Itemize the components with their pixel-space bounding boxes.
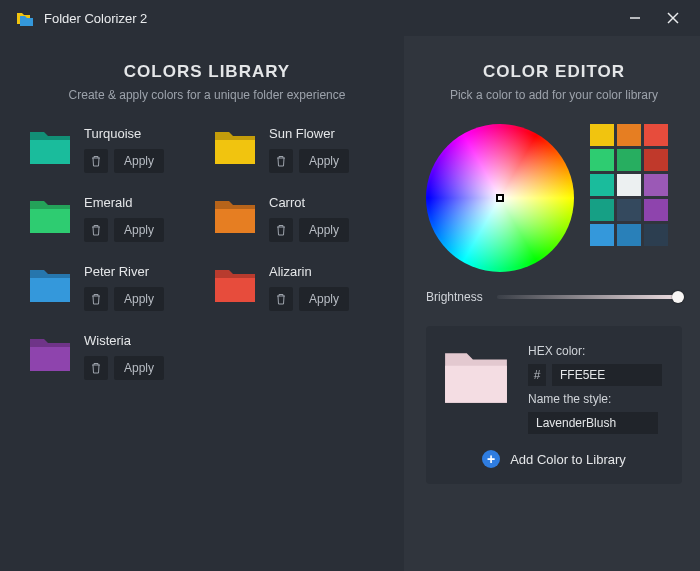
folder-icon	[213, 264, 257, 304]
apply-swatch-button[interactable]: Apply	[114, 356, 164, 380]
swatch-name: Peter River	[84, 264, 164, 279]
palette-swatch[interactable]	[644, 224, 668, 246]
palette-swatch[interactable]	[617, 149, 641, 171]
folder-icon	[28, 195, 72, 235]
palette-swatch[interactable]	[590, 149, 614, 171]
library-swatch: Emerald Apply	[28, 195, 201, 242]
delete-swatch-button[interactable]	[269, 287, 293, 311]
brightness-label: Brightness	[426, 290, 483, 304]
add-color-label: Add Color to Library	[510, 452, 626, 467]
apply-swatch-button[interactable]: Apply	[299, 287, 349, 311]
folder-icon	[28, 333, 72, 373]
swatch-name: Emerald	[84, 195, 164, 210]
titlebar: Folder Colorizer 2	[0, 0, 700, 36]
preview-panel: HEX color: # Name the style: + Add Color…	[426, 326, 682, 484]
apply-swatch-button[interactable]: Apply	[114, 149, 164, 173]
palette-swatch[interactable]	[590, 199, 614, 221]
editor-subtitle: Pick a color to add for your color libra…	[426, 88, 682, 102]
swatch-name: Wisteria	[84, 333, 164, 348]
apply-swatch-button[interactable]: Apply	[114, 218, 164, 242]
palette-swatch[interactable]	[644, 199, 668, 221]
app-title: Folder Colorizer 2	[44, 11, 616, 26]
color-editor-panel: COLOR EDITOR Pick a color to add for you…	[404, 36, 700, 571]
close-button[interactable]	[654, 0, 692, 36]
app-logo-icon	[16, 9, 34, 27]
plus-icon: +	[482, 450, 500, 468]
apply-swatch-button[interactable]: Apply	[299, 149, 349, 173]
delete-swatch-button[interactable]	[84, 218, 108, 242]
library-swatch: Turquoise Apply	[28, 126, 201, 173]
palette-swatch[interactable]	[644, 124, 668, 146]
palette-swatch[interactable]	[617, 124, 641, 146]
hex-input[interactable]	[552, 364, 662, 386]
library-swatch: Wisteria Apply	[28, 333, 201, 380]
hex-hash: #	[528, 364, 546, 386]
library-swatch: Sun Flower Apply	[213, 126, 386, 173]
minimize-button[interactable]	[616, 0, 654, 36]
palette-swatch[interactable]	[617, 174, 641, 196]
delete-swatch-button[interactable]	[84, 287, 108, 311]
swatch-name: Turquoise	[84, 126, 164, 141]
style-name-input[interactable]	[528, 412, 658, 434]
library-swatch: Alizarin Apply	[213, 264, 386, 311]
swatch-name: Sun Flower	[269, 126, 349, 141]
preview-folder-icon	[442, 344, 510, 406]
brightness-slider[interactable]	[497, 295, 682, 299]
folder-icon	[213, 126, 257, 166]
library-heading: COLORS LIBRARY	[28, 62, 386, 82]
swatch-name: Carrot	[269, 195, 349, 210]
palette-swatch[interactable]	[617, 199, 641, 221]
apply-swatch-button[interactable]: Apply	[114, 287, 164, 311]
delete-swatch-button[interactable]	[269, 218, 293, 242]
name-label: Name the style:	[528, 392, 666, 406]
palette-swatch[interactable]	[590, 224, 614, 246]
palette-swatch[interactable]	[590, 174, 614, 196]
preset-palette	[590, 124, 668, 246]
brightness-slider-thumb[interactable]	[672, 291, 684, 303]
library-swatch: Carrot Apply	[213, 195, 386, 242]
delete-swatch-button[interactable]	[269, 149, 293, 173]
folder-icon	[28, 264, 72, 304]
add-color-button[interactable]: + Add Color to Library	[442, 450, 666, 468]
color-wheel[interactable]	[426, 124, 574, 272]
delete-swatch-button[interactable]	[84, 356, 108, 380]
palette-swatch[interactable]	[617, 224, 641, 246]
colors-library-panel: COLORS LIBRARY Create & apply colors for…	[0, 36, 404, 571]
palette-swatch[interactable]	[590, 124, 614, 146]
folder-icon	[213, 195, 257, 235]
editor-heading: COLOR EDITOR	[426, 62, 682, 82]
palette-swatch[interactable]	[644, 149, 668, 171]
hex-label: HEX color:	[528, 344, 666, 358]
delete-swatch-button[interactable]	[84, 149, 108, 173]
swatch-name: Alizarin	[269, 264, 349, 279]
folder-icon	[28, 126, 72, 166]
library-subtitle: Create & apply colors for a unique folde…	[28, 88, 386, 102]
palette-swatch[interactable]	[644, 174, 668, 196]
color-wheel-cursor[interactable]	[496, 194, 504, 202]
library-swatch: Peter River Apply	[28, 264, 201, 311]
apply-swatch-button[interactable]: Apply	[299, 218, 349, 242]
